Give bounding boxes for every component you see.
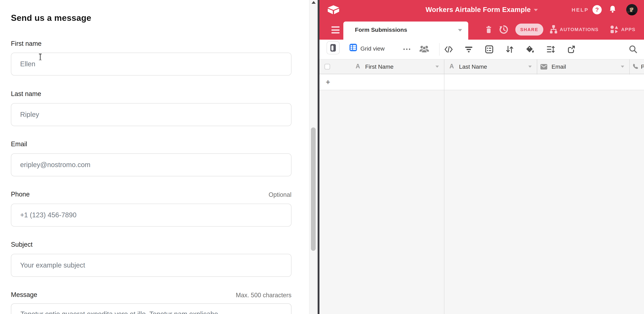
notifications-bell-icon[interactable] [609,6,616,14]
help-button[interactable]: HELP [572,7,589,13]
frozen-column-divider [444,75,444,314]
help-question-icon[interactable] [592,5,602,14]
toolbar-divider [439,43,440,56]
color-icon[interactable] [526,45,534,54]
subject-input[interactable] [11,254,292,277]
automations-button[interactable]: AUTOMATIONS [560,27,598,32]
phone-icon [632,64,639,70]
base-title[interactable]: Workers Airtable Form Example [426,6,531,14]
column-divider [629,60,630,75]
view-toolbar: Grid view [320,40,644,59]
sort-icon[interactable] [506,45,514,54]
search-icon[interactable] [629,45,638,54]
chevron-down-icon[interactable] [528,66,532,68]
share-view-icon[interactable] [567,45,576,54]
group-icon[interactable] [485,45,494,54]
trash-icon[interactable] [485,26,492,34]
view-name[interactable]: Grid view [360,46,385,52]
row-height-icon[interactable] [546,45,555,54]
text-field-icon: A [450,63,454,70]
email-label: Email [11,140,27,148]
hide-fields-icon[interactable] [444,45,453,54]
collaborators-icon[interactable] [419,45,429,54]
plus-icon[interactable]: + [324,75,332,90]
column-header-last-name[interactable]: A Last Name [444,60,537,75]
chevron-down-icon [458,29,462,32]
last-name-label: Last name [11,90,41,98]
apps-button[interactable]: APPS [621,27,636,32]
airtable-window: Workers Airtable Form Example HELP [320,0,644,314]
grid-header-row: A First Name A Last Name Email [320,59,644,74]
chevron-down-icon[interactable] [436,66,439,68]
airtable-window-edge [318,0,320,314]
column-header-phone[interactable]: Phone [629,60,644,75]
text-cursor-icon [38,54,42,60]
chevron-down-icon[interactable] [534,9,538,11]
menu-icon[interactable] [332,26,340,35]
column-header-email[interactable]: Email [537,60,629,75]
envelope-icon [540,64,548,70]
screen: Send us a message First name Last name E… [0,0,644,314]
table-tab[interactable]: Form Submissions [343,22,468,40]
panel-icon [330,44,336,52]
add-record-row[interactable]: + [320,75,644,90]
column-divider [537,60,537,75]
apps-icon[interactable] [610,25,618,34]
subject-label: Subject [11,241,32,248]
airtable-topbar: Workers Airtable Form Example HELP [320,0,644,20]
column-divider [444,60,444,75]
history-icon[interactable] [499,25,508,34]
phone-input[interactable] [11,204,292,226]
table-tab-label: Form Submissions [355,27,407,34]
column-header-first-name[interactable]: A First Name [320,60,444,75]
message-max-hint: Max. 500 characters [236,292,292,299]
toggle-sidebar-button[interactable] [326,41,340,54]
phone-label: Phone [11,191,30,198]
more-icon[interactable] [404,49,410,50]
form-title: Send us a message [11,13,91,23]
automations-icon[interactable] [550,25,558,34]
user-avatar[interactable] [626,4,638,15]
scrollbar-thumb[interactable] [311,127,316,251]
message-label: Message [11,291,37,299]
last-name-input[interactable] [11,103,292,126]
message-text[interactable]: Tenetur optio quaerat expedita vero et i… [20,310,273,314]
phone-optional-hint: Optional [268,191,292,198]
chevron-down-icon[interactable] [621,66,624,68]
first-name-input[interactable] [11,53,292,76]
airtable-viewbar: Form Submissions SHARE AUTOMATIONS [320,20,644,40]
form-window-scrollbar[interactable] [309,0,317,314]
filter-icon[interactable] [464,45,473,54]
email-input[interactable] [11,153,292,176]
scroll-up-icon[interactable] [312,1,316,4]
grid-view-icon[interactable] [350,44,357,51]
first-name-label: First name [11,40,42,48]
text-field-icon: A [356,63,360,70]
contact-form-window: Send us a message First name Last name E… [0,0,309,314]
share-button[interactable]: SHARE [515,24,543,36]
